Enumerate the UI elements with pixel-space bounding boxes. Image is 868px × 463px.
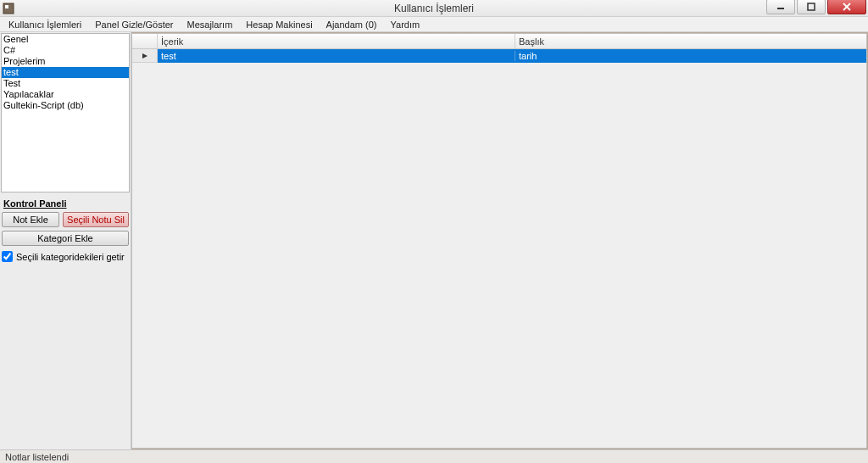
minimize-button[interactable] [766, 0, 795, 14]
add-category-button[interactable]: Kategori Ekle [2, 231, 129, 246]
menu-messages[interactable]: Mesajlarım [181, 19, 240, 31]
category-item[interactable]: Gultekin-Script (db) [2, 100, 129, 111]
menu-bar: Kullanıcı İşlemleri Panel Gizle/Göster M… [0, 17, 868, 32]
control-panel-title: Kontrol Paneli [2, 197, 129, 212]
category-item[interactable]: Genel [2, 34, 129, 45]
menu-user-ops[interactable]: Kullanıcı İşlemleri [2, 19, 88, 31]
menu-calculator[interactable]: Hesap Makinesi [239, 19, 319, 31]
control-panel: Kontrol Paneli Not Ekle Seçili Notu Sil … [0, 195, 131, 264]
delete-note-button[interactable]: Seçili Notu Sil [63, 212, 129, 227]
fetch-category-items-label: Seçili kategoridekileri getir [16, 252, 125, 262]
category-item[interactable]: C# [2, 45, 129, 56]
notes-grid: İçerik Başlık test tarih [131, 33, 867, 449]
title-bar: Kullanıcı İşlemleri [0, 0, 868, 17]
category-item-selected[interactable]: test [2, 67, 129, 78]
grid-cell-content[interactable]: test [158, 51, 515, 61]
fetch-category-items-checkbox-row[interactable]: Seçili kategoridekileri getir [2, 251, 129, 262]
window-buttons [766, 0, 868, 16]
menu-agenda[interactable]: Ajandam (0) [320, 19, 384, 31]
main-area: Genel C# Projelerim test Test Yapılacakl… [0, 32, 868, 449]
grid-column-content[interactable]: İçerik [158, 34, 515, 48]
row-indicator-icon [142, 53, 148, 59]
grid-row[interactable]: test tarih [132, 49, 866, 63]
grid-column-title[interactable]: Başlık [515, 34, 866, 48]
category-item[interactable]: Projelerim [2, 56, 129, 67]
grid-row-selector[interactable] [132, 49, 158, 63]
menu-help[interactable]: Yardım [384, 19, 427, 31]
category-list[interactable]: Genel C# Projelerim test Test Yapılacakl… [1, 33, 130, 192]
grid-header: İçerik Başlık [132, 34, 866, 49]
sidebar: Genel C# Projelerim test Test Yapılacakl… [0, 32, 131, 449]
category-item[interactable]: Yapılacaklar [2, 89, 129, 100]
svg-rect-1 [5, 5, 8, 8]
window-title: Kullanıcı İşlemleri [394, 3, 474, 14]
fetch-category-items-checkbox[interactable] [2, 251, 13, 262]
status-bar: Notlar listelendi [0, 449, 868, 463]
close-button[interactable] [827, 0, 866, 14]
svg-marker-6 [142, 53, 147, 59]
grid-cell-title[interactable]: tarih [515, 51, 866, 61]
grid-body: test tarih [132, 49, 866, 448]
svg-rect-3 [808, 3, 815, 10]
menu-panel-toggle[interactable]: Panel Gizle/Göster [88, 19, 180, 31]
add-note-button[interactable]: Not Ekle [2, 212, 59, 227]
grid-row-selector-header[interactable] [132, 34, 158, 48]
category-item[interactable]: Test [2, 78, 129, 89]
app-icon [0, 0, 17, 17]
status-text: Notlar listelendi [5, 452, 69, 462]
maximize-button[interactable] [797, 0, 826, 14]
